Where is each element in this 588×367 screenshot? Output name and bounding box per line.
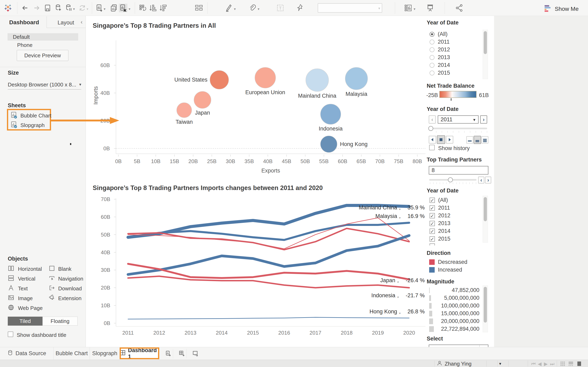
show-dashboard-title-checkbox[interactable] <box>8 332 13 337</box>
check-option[interactable]: ✓2014 <box>430 228 450 234</box>
radio-icon[interactable] <box>430 32 434 37</box>
collapse-pane-icon[interactable]: ‹ <box>81 19 82 25</box>
pause-dropdown-caret[interactable]: ▾ <box>73 7 75 11</box>
object-vertical[interactable] <box>8 275 14 282</box>
playback-forward-icon[interactable] <box>446 136 453 143</box>
text-label-icon[interactable]: T <box>276 4 285 12</box>
radio-option[interactable]: 2011 <box>430 39 450 45</box>
refresh-dropdown-caret[interactable]: ▾ <box>86 7 88 11</box>
radio-icon[interactable] <box>430 55 434 60</box>
object-web-page[interactable] <box>8 304 14 312</box>
tab-bubble-chart[interactable]: Bubble Chart <box>54 347 90 360</box>
magnitude-item[interactable]: 20,000,000,000 <box>429 318 479 324</box>
top-partners-slider-handle[interactable] <box>448 177 453 182</box>
object-image[interactable] <box>8 294 14 302</box>
highlight-dropdown-caret[interactable]: ▾ <box>234 7 236 11</box>
object-navigation[interactable] <box>49 275 55 282</box>
radio-icon[interactable] <box>430 47 434 52</box>
show-me-button[interactable]: Show Me <box>544 4 579 14</box>
share-icon[interactable] <box>455 4 463 12</box>
new-worksheet-icon[interactable] <box>95 4 104 12</box>
magnitude-item[interactable]: 47,852,000 <box>429 287 479 293</box>
clear-sheet-icon[interactable] <box>119 4 127 12</box>
magnitude-item[interactable]: 22,722,894,000 <box>429 326 479 332</box>
sheet-item-slopgraph[interactable]: Slopgraph <box>11 121 45 129</box>
device-preview-button[interactable]: Device Preview <box>17 50 68 61</box>
show-filmstrip-icon[interactable] <box>568 361 573 367</box>
check-option[interactable]: ✓2012 <box>430 212 450 219</box>
presentation-mode-icon[interactable] <box>426 4 434 12</box>
cards-dropdown-caret[interactable]: ▾ <box>414 7 415 11</box>
scrollbar[interactable] <box>483 30 488 79</box>
tab-data-source[interactable]: Data Source <box>0 347 54 360</box>
group-members-icon[interactable] <box>248 4 257 12</box>
scrollbar[interactable] <box>483 196 488 243</box>
checkbox-checked-icon[interactable]: ✓ <box>430 205 435 211</box>
device-default-item[interactable]: Default <box>8 33 78 41</box>
user-menu-caret[interactable]: ▼ <box>499 362 502 366</box>
scrollbar[interactable] <box>483 285 488 332</box>
highlight-icon[interactable] <box>225 4 233 12</box>
radio-option[interactable]: 2014 <box>430 62 450 68</box>
pause-auto-updates-icon[interactable] <box>65 4 73 12</box>
object-extension-label[interactable]: Extension <box>58 295 81 301</box>
top-partners-input[interactable]: 8 <box>429 166 488 175</box>
top-partners-slider-track[interactable] <box>429 179 476 181</box>
save-icon[interactable] <box>43 4 52 12</box>
check-option[interactable]: ✓2013 <box>430 220 450 226</box>
object-blank-label[interactable]: Blank <box>58 266 71 272</box>
speed-medium-icon[interactable] <box>474 136 481 144</box>
toolbar-combobox[interactable]: ▾ <box>318 3 382 13</box>
first-sheet-icon[interactable]: ⏮ <box>531 361 536 367</box>
radio-icon[interactable] <box>430 63 434 68</box>
object-image-label[interactable]: Image <box>18 295 33 301</box>
last-sheet-icon[interactable]: ⏭ <box>550 361 554 367</box>
radio-option[interactable]: 2012 <box>430 47 450 53</box>
device-phone-item[interactable]: Phone <box>17 42 33 48</box>
radio-option[interactable]: 2013 <box>430 54 450 60</box>
top-partners-next-button[interactable]: › <box>485 176 491 184</box>
show-sheet-only-icon[interactable] <box>577 361 582 367</box>
undo-icon[interactable] <box>21 4 30 12</box>
tab-slopgraph[interactable]: Slopgraph <box>90 347 120 360</box>
fix-axes-pin-icon[interactable] <box>296 4 304 12</box>
clear-sheet-dropdown-caret[interactable]: ▾ <box>129 7 130 11</box>
playback-back-icon[interactable] <box>429 136 436 143</box>
object-horizontal[interactable] <box>8 265 14 272</box>
tab-layout[interactable]: Layout <box>58 20 74 26</box>
sheet-item-bubble-chart[interactable]: Bubble Chart <box>11 112 52 119</box>
object-horizontal-label[interactable]: Horizontal <box>18 266 42 272</box>
year-dropdown[interactable]: 2011 ▼ <box>438 115 479 124</box>
radio-icon[interactable] <box>430 71 434 75</box>
new-story-tab-button[interactable] <box>190 349 200 358</box>
new-dashboard-tab-button[interactable] <box>177 349 187 358</box>
redo-icon[interactable] <box>32 4 40 12</box>
check-option[interactable]: ✓2015 <box>430 236 450 242</box>
magnitude-item[interactable]: 5,000,000,000 <box>429 295 479 301</box>
legend-item-decreased[interactable]: Descreased <box>429 259 467 265</box>
magnitude-item[interactable]: 15,000,000,000 <box>429 310 479 317</box>
checkbox-checked-icon[interactable]: ✓ <box>430 236 435 242</box>
new-worksheet-tab-button[interactable] <box>163 349 173 358</box>
duplicate-sheet-icon[interactable] <box>110 4 118 12</box>
sort-descending-icon[interactable] <box>159 4 167 12</box>
floating-button[interactable]: Floating <box>43 317 78 325</box>
object-vertical-label[interactable]: Vertical <box>18 276 35 282</box>
checkbox-checked-icon[interactable]: ✓ <box>430 213 435 218</box>
object-text[interactable] <box>8 285 14 292</box>
user-menu[interactable]: Zhang Ying ▼ <box>437 360 502 367</box>
year-prev-button[interactable]: ‹ <box>429 115 436 124</box>
next-sheet-icon[interactable]: ▶ <box>544 361 548 367</box>
refresh-icon[interactable] <box>78 4 86 12</box>
size-select[interactable]: Desktop Browser (1000 x 8... ▾ <box>8 82 81 88</box>
scrollbar-thumb[interactable] <box>484 287 487 323</box>
year-slider-track[interactable] <box>429 128 487 129</box>
check-option[interactable]: ✓2011 <box>430 205 450 211</box>
check-option[interactable]: ✓(All) <box>430 197 448 203</box>
combobox-caret-icon[interactable]: ▾ <box>378 6 380 11</box>
year-slider-handle[interactable] <box>428 126 433 131</box>
object-text-label[interactable]: Text <box>18 285 28 292</box>
swap-rows-columns-icon[interactable] <box>138 4 147 12</box>
legend-item-increased[interactable]: Increased <box>429 267 462 273</box>
year-dropdown-caret[interactable]: ▼ <box>472 116 476 124</box>
